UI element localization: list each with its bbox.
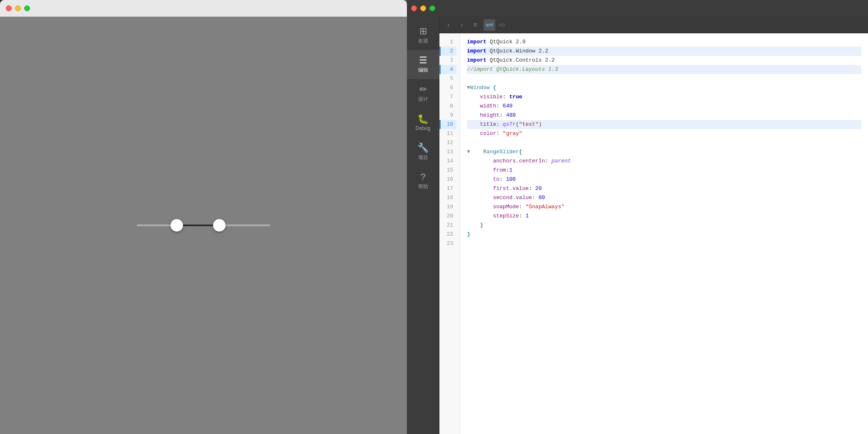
slider-first-handle[interactable] bbox=[171, 219, 183, 232]
slider-second-handle[interactable] bbox=[213, 219, 226, 232]
code-line-11: color: "gray" bbox=[467, 129, 861, 138]
line-number-2: 2 bbox=[439, 47, 457, 56]
sidebar-item-project[interactable]: 🔧 项目 bbox=[407, 137, 439, 167]
token-brace: { bbox=[519, 147, 522, 157]
token-plain: : bbox=[496, 120, 503, 129]
code-line-21: } bbox=[467, 221, 861, 230]
token-plain: : bbox=[519, 202, 526, 212]
editor-traffic-lights bbox=[411, 5, 435, 11]
token-plain bbox=[467, 193, 493, 202]
line-number-17: 17 bbox=[439, 184, 457, 193]
sidebar-item-debug[interactable]: 🐛 Debug bbox=[407, 108, 439, 137]
close-button[interactable] bbox=[6, 5, 12, 11]
back-button[interactable]: ‹ bbox=[444, 20, 454, 30]
help-icon: ? bbox=[420, 172, 425, 182]
code-line-19: snapMode: "SnapAlways" bbox=[467, 202, 861, 212]
token-plain: ( bbox=[516, 120, 519, 129]
code-line-1: import QtQuick 2.9 bbox=[467, 37, 861, 47]
token-plain: : bbox=[519, 212, 526, 221]
line-number-23: 23 bbox=[439, 239, 457, 248]
token-plain bbox=[467, 92, 480, 102]
token-brace: } bbox=[480, 221, 483, 230]
token-plain: QtQuick.Window 2.2 bbox=[487, 47, 548, 56]
sidebar-item-welcome[interactable]: ⊞ 欢迎 bbox=[407, 21, 439, 50]
token-num: 20 bbox=[535, 184, 542, 193]
token-plain: : bbox=[496, 129, 503, 138]
slider-track bbox=[137, 224, 270, 226]
token-plain: : bbox=[545, 157, 552, 166]
editor-maximize-button[interactable] bbox=[429, 5, 435, 11]
token-property: height bbox=[480, 111, 499, 120]
sidebar-item-help[interactable]: ? 帮助 bbox=[407, 167, 439, 196]
file-tab[interactable] bbox=[499, 23, 505, 27]
code-line-7: visible: true bbox=[467, 92, 861, 102]
token-num: 100 bbox=[506, 175, 516, 184]
code-line-13: ▼ RangeSlider{ bbox=[467, 147, 861, 157]
token-property: first.value bbox=[493, 184, 529, 193]
traffic-lights bbox=[6, 5, 30, 11]
sidebar-item-edit[interactable]: ☰ 编辑 bbox=[407, 50, 439, 79]
token-plain bbox=[467, 184, 493, 193]
token-num: 640 bbox=[503, 102, 512, 111]
line-number-21: 21 bbox=[439, 221, 457, 230]
line-number-15: 15 bbox=[439, 166, 457, 175]
design-icon: ✏ bbox=[419, 85, 427, 94]
code-line-3: import QtQuick.Controls 2.2 bbox=[467, 56, 861, 65]
line-numbers: 1234567891011121314151617181920212223 bbox=[439, 33, 460, 434]
maximize-button[interactable] bbox=[24, 5, 30, 11]
code-content[interactable]: import QtQuick 2.9import QtQuick.Window … bbox=[460, 33, 868, 434]
token-func: qsTr bbox=[503, 120, 516, 129]
line-number-20: 20 bbox=[439, 212, 457, 221]
code-editor[interactable]: 1234567891011121314151617181920212223 im… bbox=[439, 33, 868, 434]
token-fold: ▼ bbox=[467, 147, 470, 157]
code-line-6: ▼Window { bbox=[467, 83, 861, 92]
token-fold: ▼ bbox=[467, 83, 470, 92]
token-type: Window bbox=[470, 83, 490, 92]
editor-panel: ⊞ 欢迎 ☰ 编辑 ✏ 设计 🐛 Debug 🔧 项目 ? 帮助 bbox=[407, 0, 868, 434]
token-num: 80 bbox=[539, 193, 545, 202]
code-line-2: import QtQuick.Window 2.2 bbox=[467, 47, 861, 56]
line-number-13: 13 bbox=[439, 147, 457, 157]
line-number-22: 22 bbox=[439, 230, 457, 239]
token-plain: : bbox=[503, 92, 509, 102]
code-line-8: width: 640 bbox=[467, 102, 861, 111]
line-number-18: 18 bbox=[439, 193, 457, 202]
forward-button[interactable]: › bbox=[457, 20, 467, 30]
sidebar-label-design: 设计 bbox=[418, 96, 428, 103]
token-num: 1 bbox=[509, 166, 512, 175]
token-plain bbox=[470, 147, 483, 157]
token-type: RangeSlider bbox=[483, 147, 519, 157]
token-property: anchors.centerIn bbox=[493, 157, 545, 166]
range-slider[interactable] bbox=[137, 224, 270, 226]
sidebar-item-design[interactable]: ✏ 设计 bbox=[407, 79, 439, 108]
preview-window bbox=[0, 0, 407, 434]
token-plain: : bbox=[506, 166, 509, 175]
token-plain bbox=[467, 175, 493, 184]
edit-icon: ☰ bbox=[419, 56, 427, 65]
menu-button[interactable]: ≡ bbox=[470, 20, 480, 30]
code-line-14: anchors.centerIn: parent bbox=[467, 157, 861, 166]
token-property: color bbox=[480, 129, 496, 138]
token-brace: { bbox=[493, 83, 496, 92]
line-number-11: 11 bbox=[439, 129, 457, 138]
minimize-button[interactable] bbox=[15, 5, 21, 11]
token-plain: QtQuick.Controls 2.2 bbox=[487, 56, 555, 65]
editor-close-button[interactable] bbox=[411, 5, 417, 11]
editor-main: ‹ › ≡ qml 123456789101112131415161718192… bbox=[439, 17, 868, 434]
token-property: title bbox=[480, 120, 496, 129]
token-str: "gray" bbox=[503, 129, 522, 138]
line-number-3: 3 bbox=[439, 56, 457, 65]
token-kw: import bbox=[467, 47, 487, 56]
token-plain: : bbox=[529, 184, 535, 193]
line-number-16: 16 bbox=[439, 175, 457, 184]
token-plain bbox=[467, 129, 480, 138]
token-plain bbox=[467, 221, 480, 230]
token-num: 480 bbox=[506, 111, 516, 120]
token-plain: : bbox=[499, 111, 506, 120]
sidebar: ⊞ 欢迎 ☰ 编辑 ✏ 设计 🐛 Debug 🔧 项目 ? 帮助 bbox=[407, 17, 439, 434]
token-plain bbox=[467, 111, 480, 120]
token-property: visible bbox=[480, 92, 503, 102]
token-plain: : bbox=[499, 175, 506, 184]
token-comment: //import QtQuick.Layouts 1.3 bbox=[467, 65, 558, 74]
editor-minimize-button[interactable] bbox=[420, 5, 426, 11]
